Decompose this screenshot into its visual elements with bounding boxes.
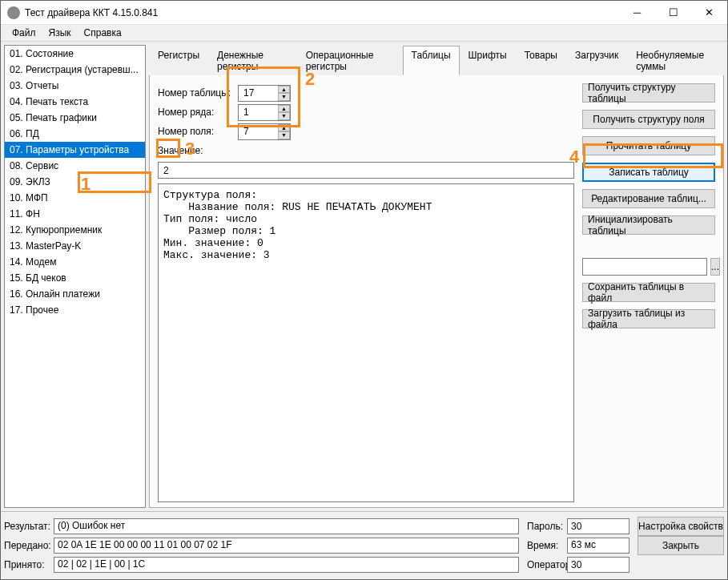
value-input[interactable] [158,162,574,179]
tab-3[interactable]: Таблицы [403,46,460,75]
init-tables-button[interactable]: Инициализировать таблицы [582,215,715,235]
browse-button[interactable]: ... [710,258,720,276]
sidebar-item-10[interactable]: 11. ФН [5,206,145,222]
password-label: Пароль: [519,521,567,532]
menubar: Файл Язык Справка [1,25,727,41]
result-field: (0) Ошибок нет [54,518,519,534]
menu-language[interactable]: Язык [42,26,78,40]
settings-button[interactable]: Настройка свойств [638,517,724,536]
get-field-structure-button[interactable]: Получить структуру поля [582,110,715,129]
sidebar-item-4[interactable]: 05. Печать графики [5,110,145,126]
file-path-input[interactable] [582,258,707,276]
spin-down-icon[interactable]: ▼ [278,131,290,139]
sidebar-item-8[interactable]: 09. ЭКЛЗ [5,174,145,190]
sidebar-item-0[interactable]: 01. Состояние [5,46,145,62]
spin-up-icon[interactable]: ▲ [278,105,290,113]
tab-content-tables: Номер таблицы: ▲▼ Номер ряда: ▲▼ [149,75,724,508]
left-panel: Номер таблицы: ▲▼ Номер ряда: ▲▼ [158,83,574,502]
main-area: РегистрыДенежные регистрыОперационные ре… [149,45,724,508]
titlebar: Тест драйвера ККТ 4.15.0.841 ─ ☐ ✕ [1,1,727,25]
edit-tables-button[interactable]: Редактирование таблиц... [582,189,715,208]
read-table-button[interactable]: Прочитать таблицу [582,136,715,155]
field-number-label: Номер поля: [158,126,238,137]
app-icon [7,6,20,19]
operator-label: Оператор: [519,559,567,570]
received-field: 02 | 02 | 1E | 00 | 1C [54,557,519,573]
write-table-button[interactable]: Записать таблицу [582,163,715,182]
spin-up-icon[interactable]: ▲ [278,124,290,132]
sidebar-list[interactable]: 01. Состояние02. Регистрация (устаревш..… [4,45,146,508]
spin-up-icon[interactable]: ▲ [278,86,290,94]
menu-file[interactable]: Файл [6,26,42,40]
close-window-button[interactable]: ✕ [691,1,727,24]
time-field: 63 мс [567,538,629,554]
sidebar-item-13[interactable]: 14. Модем [5,254,145,270]
load-tables-button[interactable]: Загрузить таблицы из файла [582,309,715,328]
sidebar-item-12[interactable]: 13. MasterPay-K [5,238,145,254]
tab-4[interactable]: Шрифты [460,46,516,75]
sidebar-item-2[interactable]: 03. Отчеты [5,78,145,94]
sidebar-item-11[interactable]: 12. Купюроприемник [5,222,145,238]
save-tables-button[interactable]: Сохранить таблицы в файл [582,283,715,302]
tab-0[interactable]: Регистры [149,46,208,75]
field-structure-output[interactable]: Структура поля: Название поля: RUS НЕ ПЕ… [158,183,574,502]
tab-7[interactable]: Необнуляемые суммы [627,46,724,75]
sidebar-item-14[interactable]: 15. БД чеков [5,270,145,286]
sidebar-item-6[interactable]: 07. Параметры устройства [5,142,145,158]
form-rows: Номер таблицы: ▲▼ Номер ряда: ▲▼ [158,83,574,160]
close-button[interactable]: Закрыть [638,536,724,555]
sidebar-item-15[interactable]: 16. Онлайн платежи [5,286,145,302]
operator-input[interactable] [567,557,629,573]
sidebar-item-16[interactable]: 17. Прочее [5,302,145,318]
spin-down-icon[interactable]: ▼ [278,112,290,120]
window-title: Тест драйвера ККТ 4.15.0.841 [25,7,619,18]
password-input[interactable] [567,518,629,534]
spin-down-icon[interactable]: ▼ [278,93,290,101]
tab-bar: РегистрыДенежные регистрыОперационные ре… [149,45,724,75]
tab-6[interactable]: Загрузчик [566,46,627,75]
get-table-structure-button[interactable]: Получить структуру таблицы [582,83,715,103]
received-label: Принято: [4,559,54,570]
menu-help[interactable]: Справка [78,26,128,40]
result-label: Результат: [4,521,54,532]
tab-5[interactable]: Товары [516,46,566,75]
app-window: Тест драйвера ККТ 4.15.0.841 ─ ☐ ✕ Файл … [0,0,728,580]
sidebar-item-5[interactable]: 06. ПД [5,126,145,142]
sidebar-item-1[interactable]: 02. Регистрация (устаревш... [5,62,145,78]
body: 01. Состояние02. Регистрация (устаревш..… [1,41,727,511]
maximize-button[interactable]: ☐ [655,1,691,24]
sent-field: 02 0A 1E 1E 00 00 00 11 01 00 07 02 1F [54,538,519,554]
row-number-label: Номер ряда: [158,107,238,118]
time-label: Время: [519,540,567,551]
sidebar-item-7[interactable]: 08. Сервис [5,158,145,174]
sidebar-item-3[interactable]: 04. Печать текста [5,94,145,110]
sidebar-item-9[interactable]: 10. МФП [5,190,145,206]
status-panel: Результат: (0) Ошибок нет Пароль: Настро… [1,511,727,579]
value-label: Значение: [158,145,238,156]
right-button-panel: Получить структуру таблицы Получить стру… [582,83,715,502]
minimize-button[interactable]: ─ [619,1,655,24]
sent-label: Передано: [4,540,54,551]
table-number-label: Номер таблицы: [158,87,238,99]
tab-1[interactable]: Денежные регистры [208,46,297,75]
tab-2[interactable]: Операционные регистры [297,46,403,75]
